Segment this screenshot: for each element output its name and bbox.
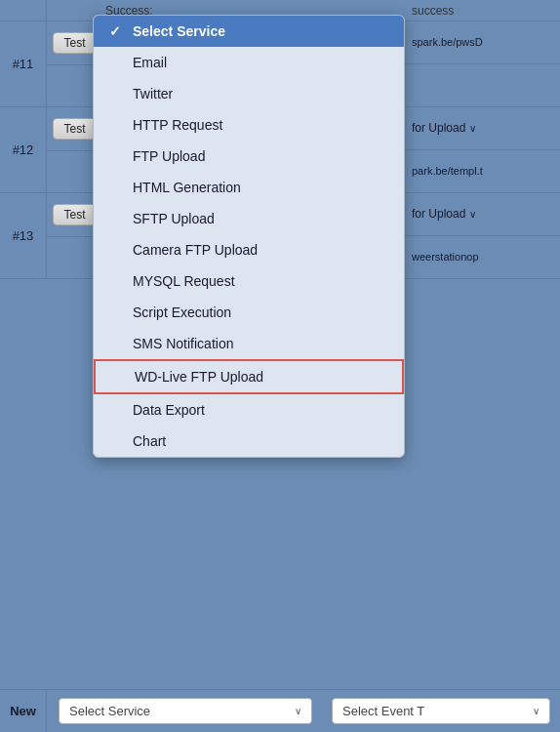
row-13-upload-select[interactable]: for Upload	[404, 193, 560, 236]
new-row: New Select Service ∨ Select Event T ∨	[0, 689, 560, 732]
success-row-number	[0, 0, 47, 20]
row-11-url: spark.be/pwsD	[404, 21, 560, 64]
dropdown-item-ftp[interactable]: FTP Upload	[94, 141, 404, 172]
new-label: New	[0, 690, 47, 732]
service-dropdown[interactable]: ✓ Select Service Email Twitter HTTP Requ…	[93, 15, 405, 458]
select-service-arrow: ∨	[295, 706, 301, 716]
dropdown-item-html[interactable]: HTML Generation	[94, 172, 404, 203]
test-button-12[interactable]: Test	[53, 118, 96, 140]
dropdown-item-sftp[interactable]: SFTP Upload	[94, 203, 404, 234]
dropdown-item-wd-live[interactable]: WD-Live FTP Upload	[94, 359, 404, 394]
row-12-url-top: for Upload	[404, 107, 560, 150]
success-right-text: success	[404, 4, 560, 18]
checkmark-icon: ✓	[109, 23, 125, 39]
dropdown-item-mysql[interactable]: MYSQL Request	[94, 265, 404, 297]
dropdown-item-camera-ftp[interactable]: Camera FTP Upload	[94, 234, 404, 265]
row-11-url2	[404, 64, 560, 107]
row-number-11: #11	[0, 21, 47, 106]
dropdown-item-http[interactable]: HTTP Request	[94, 109, 404, 141]
dropdown-item-email[interactable]: Email	[94, 47, 404, 78]
test-button-13[interactable]: Test	[53, 204, 96, 225]
dropdown-item-data-export[interactable]: Data Export	[94, 394, 404, 426]
dropdown-item-sms[interactable]: SMS Notification	[94, 328, 404, 359]
row-number-13: #13	[0, 193, 47, 278]
for-upload-select-12[interactable]: for Upload	[412, 121, 476, 135]
row-13-url: weerstationop	[404, 236, 560, 279]
test-button-11[interactable]: Test	[53, 32, 96, 54]
dropdown-item-script[interactable]: Script Execution	[94, 297, 404, 328]
no-checkmark	[109, 55, 125, 70]
main-table: Success: success #11 Test Select Service…	[0, 0, 560, 732]
new-event-select[interactable]: Select Event T ∨	[332, 698, 550, 724]
dropdown-item-chart[interactable]: Chart	[94, 426, 404, 457]
dropdown-item-twitter[interactable]: Twitter	[94, 78, 404, 109]
for-upload-select-13[interactable]: for Upload	[412, 207, 476, 221]
select-event-arrow: ∨	[533, 706, 540, 716]
row-12-url-bottom: park.be/templ.t	[404, 150, 560, 193]
row-number-12: #12	[0, 107, 47, 192]
dropdown-item-select-service[interactable]: ✓ Select Service	[94, 16, 404, 47]
new-service-select[interactable]: Select Service ∨	[59, 698, 312, 724]
